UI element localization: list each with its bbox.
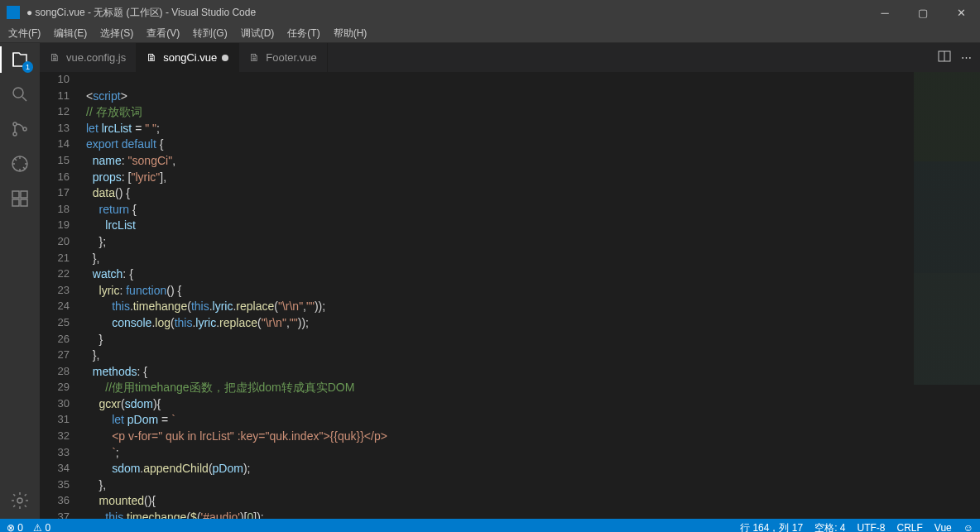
svg-point-9 — [17, 498, 22, 503]
code-content[interactable]: <script>// 存放歌词let lrcList = " ";export … — [79, 72, 980, 519]
explorer-icon[interactable]: 1 — [10, 50, 30, 69]
file-icon: 🗎 — [50, 52, 61, 64]
search-icon[interactable] — [10, 84, 30, 104]
more-actions-icon[interactable]: ⋯ — [961, 51, 972, 64]
source-control-icon[interactable] — [10, 119, 30, 139]
code-editor[interactable]: 1011121314151617181920212223242526272829… — [40, 72, 980, 519]
close-button[interactable]: ✕ — [942, 0, 980, 25]
tab-label: Footer.vue — [266, 51, 316, 64]
status-feedback[interactable]: ☺ — [963, 522, 973, 532]
tab-footer[interactable]: 🗎 Footer.vue — [239, 43, 327, 72]
menubar: 文件(F) 编辑(E) 选择(S) 查看(V) 转到(G) 调试(D) 任务(T… — [0, 25, 980, 43]
settings-icon[interactable] — [10, 491, 30, 510]
status-language[interactable]: Vue — [934, 522, 952, 532]
vscode-icon — [7, 6, 20, 19]
extensions-icon[interactable] — [10, 189, 30, 208]
status-bar: ⊗ 0 ⚠ 0 行 164，列 17 空格: 4 UTF-8 CRLF Vue … — [0, 519, 980, 532]
menu-view[interactable]: 查看(V) — [140, 25, 186, 42]
svg-rect-7 — [12, 199, 19, 206]
menu-help[interactable]: 帮助(H) — [327, 25, 374, 42]
line-gutter: 1011121314151617181920212223242526272829… — [40, 72, 79, 519]
menu-select[interactable]: 选择(S) — [94, 25, 140, 42]
svg-rect-5 — [12, 191, 19, 198]
status-spaces[interactable]: 空格: 4 — [814, 521, 845, 533]
minimize-button[interactable]: ─ — [866, 0, 904, 25]
tabs: 🗎 vue.config.js 🗎 songCi.vue 🗎 Footer.vu… — [40, 43, 980, 72]
menu-debug[interactable]: 调试(D) — [234, 25, 281, 42]
dirty-indicator — [222, 55, 228, 61]
window-title: ● songCi.vue - 无标题 (工作区) - Visual Studio… — [26, 6, 256, 20]
menu-edit[interactable]: 编辑(E) — [47, 25, 94, 42]
explorer-badge: 1 — [22, 61, 33, 73]
svg-rect-6 — [21, 191, 27, 198]
tab-vue-config[interactable]: 🗎 vue.config.js — [40, 43, 137, 72]
menu-file[interactable]: 文件(F) — [2, 25, 47, 42]
menu-goto[interactable]: 转到(G) — [186, 25, 233, 42]
svg-point-2 — [13, 132, 17, 136]
tab-songci[interactable]: 🗎 songCi.vue — [137, 43, 239, 72]
file-icon: 🗎 — [147, 52, 158, 64]
maximize-button[interactable]: ▢ — [904, 0, 942, 25]
status-cursor[interactable]: 行 164，列 17 — [740, 521, 803, 533]
minimap[interactable] — [914, 72, 980, 519]
window-controls: ─ ▢ ✕ — [866, 0, 980, 25]
file-icon: 🗎 — [249, 52, 261, 64]
debug-icon[interactable] — [10, 154, 30, 174]
editor-area: 🗎 vue.config.js 🗎 songCi.vue 🗎 Footer.vu… — [40, 43, 980, 519]
status-eol[interactable]: CRLF — [896, 522, 922, 532]
split-editor-icon[interactable] — [938, 50, 951, 65]
status-warnings[interactable]: ⚠ 0 — [33, 522, 50, 532]
status-encoding[interactable]: UTF-8 — [857, 522, 885, 532]
svg-point-1 — [13, 122, 17, 126]
tab-label: vue.config.js — [66, 51, 126, 64]
activity-bar: 1 — [0, 43, 40, 519]
svg-point-0 — [13, 88, 23, 98]
svg-rect-8 — [21, 199, 27, 206]
menu-tasks[interactable]: 任务(T) — [281, 25, 326, 42]
titlebar: ● songCi.vue - 无标题 (工作区) - Visual Studio… — [0, 0, 980, 25]
tab-label: songCi.vue — [163, 51, 217, 64]
status-errors[interactable]: ⊗ 0 — [7, 522, 23, 532]
